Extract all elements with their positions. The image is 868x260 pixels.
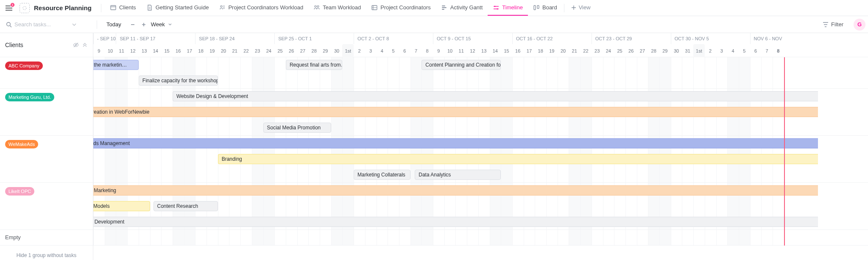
filter-button[interactable]: Filter [819,20,847,29]
day-cell[interactable]: 13 [478,44,490,57]
day-cell[interactable]: 11 [455,44,467,57]
day-cell[interactable]: 1st [342,44,354,57]
chevron-down-icon[interactable] [72,22,76,27]
day-cell[interactable]: 24 [263,44,275,57]
day-cell[interactable]: 14 [150,44,162,57]
group-mguru[interactable]: Marketing Guru, Ltd. [0,89,93,136]
day-cell[interactable]: 18 [195,44,207,57]
day-cell[interactable]: 9 [433,44,444,57]
day-cell[interactable]: 20 [558,44,569,57]
day-cell[interactable]: 23 [252,44,263,57]
tab-pc[interactable]: Project Coordinators [366,0,436,16]
zoom-label[interactable]: Week [151,21,165,28]
day-cell[interactable]: 22 [240,44,252,57]
task-bar[interactable]: Data Analytics [415,170,501,180]
day-cell[interactable]: 8 [773,44,784,57]
day-cell[interactable]: 23 [592,44,603,57]
day-cell[interactable]: 16 [173,44,184,57]
tab-getting-started[interactable]: Getting Started Guide [141,0,214,16]
task-bar[interactable]: Content Research [154,201,218,211]
day-cell[interactable]: 17 [184,44,195,57]
search-input[interactable] [14,21,70,28]
workspace-icon[interactable] [20,3,30,13]
timeline-body[interactable]: …nalize the marketin…Request final arts … [93,57,868,246]
group-button[interactable]: G [854,19,865,31]
day-cell[interactable]: 19 [546,44,558,57]
day-cell[interactable]: 14 [490,44,501,57]
day-cell[interactable]: 9 [93,44,105,57]
day-cell[interactable]: 27 [637,44,648,57]
task-bar[interactable]: Request final arts from… [286,60,343,70]
task-bar[interactable]: Online Ads Management [93,138,818,148]
day-cell[interactable]: 25 [614,44,625,57]
day-cell[interactable]: 12 [127,44,139,57]
day-cell[interactable]: 10 [105,44,116,57]
task-bar[interactable]: Marketing Collaterals [354,170,410,180]
day-cell[interactable]: 1st [693,44,705,57]
group-wemakeads[interactable]: WeMakeAds [0,136,93,183]
day-cell[interactable]: 28 [308,44,320,57]
day-cell[interactable]: 31 [682,44,693,57]
day-cell[interactable]: 30 [331,44,343,57]
day-cell[interactable]: 26 [625,44,637,57]
menu-button[interactable]: 8 [4,3,14,13]
add-view-button[interactable]: View [566,0,596,16]
day-cell[interactable]: 26 [286,44,297,57]
tab-pcw[interactable]: Project Coordinators Workload [214,0,308,16]
day-cell[interactable]: 7 [410,44,422,57]
day-cell[interactable]: 6 [399,44,410,57]
zoom-in-button[interactable] [140,21,148,28]
day-cell[interactable]: 10 [444,44,456,57]
day-cell[interactable]: 3 [716,44,728,57]
day-cell[interactable]: 5 [739,44,750,57]
task-bar[interactable]: …nalize the marketin… [93,60,139,70]
collapse-icon[interactable] [82,42,88,48]
sidebar-footer[interactable]: Hide 1 group without tasks [0,252,93,258]
day-cell[interactable]: 19 [207,44,218,57]
chevron-down-icon[interactable] [168,23,172,26]
day-cell[interactable]: 2 [354,44,365,57]
day-cell[interactable]: 27 [297,44,309,57]
timeline[interactable]: - SEP 10SEP 11 - SEP 17SEP 18 - SEP 24SE… [93,33,868,260]
day-cell[interactable]: 12 [467,44,478,57]
day-cell[interactable]: 25 [274,44,286,57]
task-bar[interactable]: Website Design & Development [173,91,818,101]
day-cell[interactable]: 21 [229,44,240,57]
day-cell[interactable]: 6 [750,44,762,57]
day-cell[interactable]: 16 [512,44,524,57]
day-cell[interactable]: 4 [727,44,739,57]
day-cell[interactable]: 29 [320,44,331,57]
tab-activity-gantt[interactable]: Activity Gantt [436,0,488,16]
day-cell[interactable]: 29 [659,44,671,57]
day-cell[interactable]: 18 [535,44,546,57]
task-bar[interactable]: Moment Marketing [93,185,818,196]
group-likeit[interactable]: LikeIt OPC [0,183,93,230]
day-cell[interactable]: 17 [524,44,535,57]
day-cell[interactable]: 20 [218,44,229,57]
day-cell[interactable]: 15 [161,44,173,57]
today-button[interactable]: Today [103,20,125,29]
group-empty[interactable]: Empty [0,230,93,246]
task-bar[interactable]: Finalize capacity for the workshop [139,75,218,86]
day-cell[interactable]: 4 [377,44,388,57]
day-cell[interactable]: 13 [139,44,150,57]
day-cell[interactable]: 3 [365,44,377,57]
day-cell[interactable]: 28 [648,44,659,57]
tab-timeline[interactable]: Timeline [488,0,528,16]
day-cell[interactable]: 5 [388,44,399,57]
day-cell[interactable]: 2 [705,44,716,57]
task-bar[interactable]: Social Media Promotion [263,123,331,133]
task-bar[interactable]: Content Planning and Creation fo… [421,60,501,70]
tab-board[interactable]: Board [528,0,562,16]
group-by-label[interactable]: Clients [5,42,70,48]
group-abc[interactable]: ABC Company [0,57,93,89]
tab-team-workload[interactable]: Team Workload [308,0,366,16]
day-cell[interactable]: 15 [501,44,512,57]
day-cell[interactable]: 21 [569,44,580,57]
tab-clients[interactable]: Clients [105,0,141,16]
day-cell[interactable]: 8 [421,44,433,57]
task-bar[interactable]: Strategy Development [93,217,818,227]
day-cell[interactable]: 22 [580,44,592,57]
day-cell[interactable]: 24 [603,44,614,57]
task-bar[interactable]: Branding [218,154,818,164]
